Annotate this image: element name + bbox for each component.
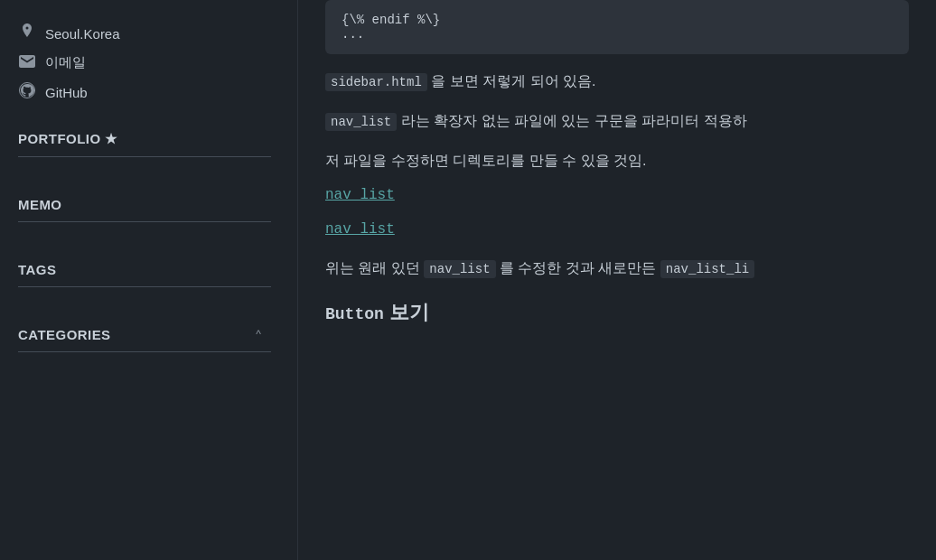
sidebar-tags-section: TAGS [18,255,297,303]
sidebar-github[interactable]: GitHub [18,77,297,107]
github-icon [18,82,36,102]
github-link[interactable]: GitHub [45,85,88,100]
inline-code-sidebar: sidebar.html [325,73,427,91]
paragraph-3: 저 파일을 수정하면 디렉토리를 만들 수 있을 것임. [325,148,909,173]
code-line2: ... [342,27,364,42]
memo-title[interactable]: MEMO [18,190,297,218]
categories-divider [18,351,271,352]
sidebar-portfolio-section: PORTFOLIO ★ [18,124,297,173]
location-icon [18,23,36,43]
code-line1: {\% endif %\} [342,13,440,27]
inline-code-navlist2: nav_list [424,260,495,278]
nav-list-link-2[interactable]: nav_list [325,221,909,238]
inline-code-navlist: nav_list [325,113,397,131]
location-text: Seoul.Korea [45,26,120,42]
portfolio-divider [18,156,271,157]
memo-divider [18,221,271,222]
paragraph-2: nav_list 라는 확장자 없는 파일에 있는 구문을 파라미터 적용하 [325,108,909,134]
button-korean: 보기 [389,301,429,323]
tags-divider [18,286,271,287]
paragraph-1: sidebar.html 을 보면 저렇게 되어 있음. [325,69,909,94]
email-link[interactable]: 이메일 [45,54,86,71]
tags-title[interactable]: TAGS [18,255,297,283]
main-content: {\% endif %\} ... sidebar.html 을 보면 저렇게 … [298,0,936,560]
categories-title[interactable]: CATEGORIES [18,320,111,348]
portfolio-title[interactable]: PORTFOLIO ★ [18,124,297,153]
categories-row: CATEGORIES ^ [18,320,297,348]
nav-list-link-1[interactable]: nav_list [325,187,909,203]
sidebar-location: Seoul.Korea [18,18,297,49]
sidebar: Seoul.Korea 이메일 GitHub PORTFOLIO ★ MEMO [0,0,298,560]
button-section-heading: Button 보기 [325,299,909,326]
chevron-up-icon[interactable]: ^ [256,328,261,341]
sidebar-email[interactable]: 이메일 [18,49,297,77]
button-label: Button [325,305,384,323]
inline-code-navlistli: nav_list_li [660,260,754,278]
email-icon [18,55,36,71]
paragraph-4: 위는 원래 있던 nav_list 를 수정한 것과 새로만든 nav_list… [325,256,909,281]
code-block: {\% endif %\} ... [325,0,909,54]
sidebar-memo-section: MEMO [18,190,297,238]
sidebar-categories-section: CATEGORIES ^ [18,320,297,369]
